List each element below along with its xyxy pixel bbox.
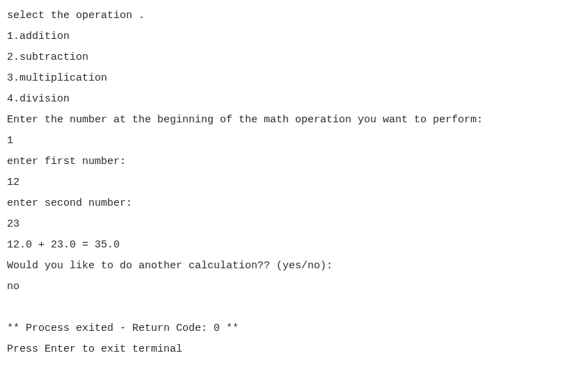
input-line: no (7, 277, 581, 297)
blank-line (7, 297, 581, 308)
blank-line (7, 308, 581, 318)
input-line: 12 (7, 172, 581, 193)
terminal-output[interactable]: select the operation . 1.addition 2.subt… (7, 6, 581, 360)
result-line: 12.0 + 23.0 = 35.0 (7, 235, 581, 256)
output-line: 3.multiplication (7, 68, 581, 89)
output-line: select the operation . (7, 6, 581, 26)
output-line: 4.division (7, 89, 581, 110)
output-line: 2.subtraction (7, 47, 581, 68)
prompt-line: enter first number: (7, 152, 581, 172)
prompt-line: Would you like to do another calculation… (7, 256, 581, 277)
exit-prompt-line: Press Enter to exit terminal (7, 339, 581, 360)
input-line: 23 (7, 214, 581, 235)
input-line: 1 (7, 131, 581, 152)
output-line: 1.addition (7, 26, 581, 47)
prompt-line: Enter the number at the beginning of the… (7, 110, 581, 131)
prompt-line: enter second number: (7, 193, 581, 214)
exit-status-line: ** Process exited - Return Code: 0 ** (7, 318, 581, 339)
